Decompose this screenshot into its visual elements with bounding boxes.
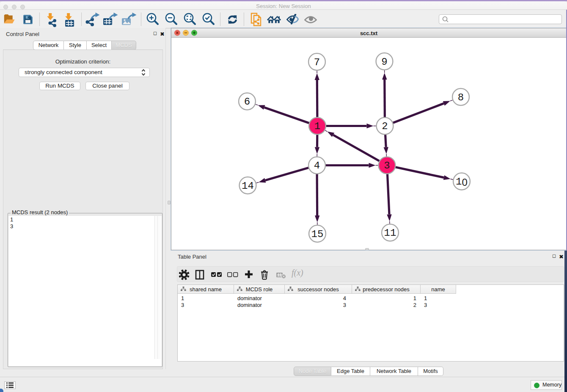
svg-text:11: 11	[384, 227, 396, 239]
svg-text:7: 7	[314, 57, 320, 68]
svg-text:15: 15	[311, 229, 324, 240]
svg-text:8: 8	[458, 92, 464, 103]
svg-text:10: 10	[456, 176, 468, 188]
svg-text:3: 3	[384, 160, 390, 171]
svg-text:6: 6	[244, 96, 250, 108]
svg-text:14: 14	[242, 180, 254, 192]
svg-text:2: 2	[382, 121, 388, 132]
svg-text:1: 1	[314, 121, 320, 132]
svg-text:9: 9	[381, 56, 387, 68]
svg-text:4: 4	[314, 160, 320, 171]
